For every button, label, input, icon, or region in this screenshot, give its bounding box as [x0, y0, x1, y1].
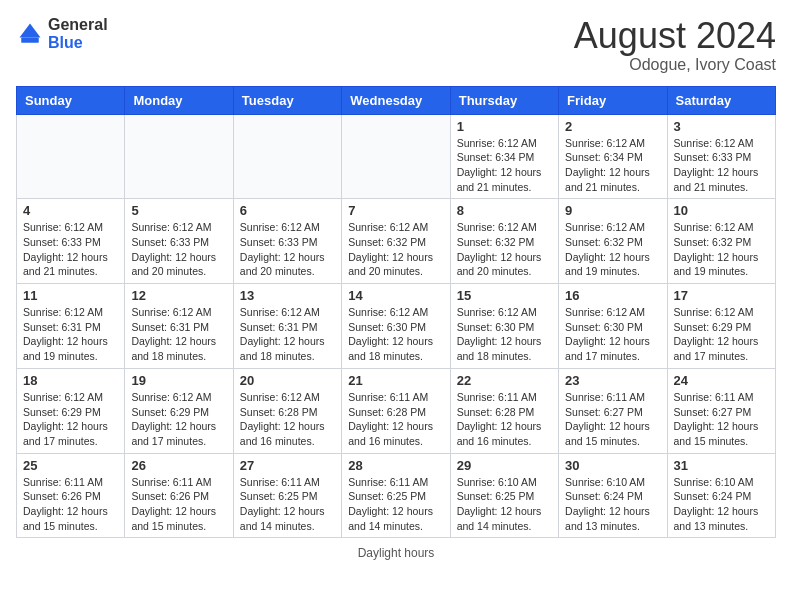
day-info: Sunrise: 6:12 AM Sunset: 6:32 PM Dayligh… [565, 220, 660, 279]
day-number: 13 [240, 288, 335, 303]
day-info: Sunrise: 6:10 AM Sunset: 6:24 PM Dayligh… [565, 475, 660, 534]
day-number: 29 [457, 458, 552, 473]
day-number: 19 [131, 373, 226, 388]
location-text: Odogue, Ivory Coast [574, 56, 776, 74]
day-cell: 3Sunrise: 6:12 AM Sunset: 6:33 PM Daylig… [667, 114, 775, 199]
day-cell: 19Sunrise: 6:12 AM Sunset: 6:29 PM Dayli… [125, 368, 233, 453]
day-info: Sunrise: 6:12 AM Sunset: 6:30 PM Dayligh… [565, 305, 660, 364]
day-cell: 1Sunrise: 6:12 AM Sunset: 6:34 PM Daylig… [450, 114, 558, 199]
day-cell: 18Sunrise: 6:12 AM Sunset: 6:29 PM Dayli… [17, 368, 125, 453]
day-cell [342, 114, 450, 199]
week-row-4: 18Sunrise: 6:12 AM Sunset: 6:29 PM Dayli… [17, 368, 776, 453]
day-cell [125, 114, 233, 199]
day-cell: 12Sunrise: 6:12 AM Sunset: 6:31 PM Dayli… [125, 284, 233, 369]
day-info: Sunrise: 6:12 AM Sunset: 6:33 PM Dayligh… [240, 220, 335, 279]
day-number: 15 [457, 288, 552, 303]
day-number: 12 [131, 288, 226, 303]
day-info: Sunrise: 6:11 AM Sunset: 6:28 PM Dayligh… [457, 390, 552, 449]
day-cell: 5Sunrise: 6:12 AM Sunset: 6:33 PM Daylig… [125, 199, 233, 284]
day-number: 30 [565, 458, 660, 473]
footer-text: Daylight hours [358, 546, 435, 560]
day-info: Sunrise: 6:11 AM Sunset: 6:28 PM Dayligh… [348, 390, 443, 449]
day-number: 16 [565, 288, 660, 303]
logo-icon [16, 20, 44, 48]
day-info: Sunrise: 6:11 AM Sunset: 6:26 PM Dayligh… [23, 475, 118, 534]
column-header-tuesday: Tuesday [233, 86, 341, 114]
day-number: 27 [240, 458, 335, 473]
day-number: 24 [674, 373, 769, 388]
column-header-wednesday: Wednesday [342, 86, 450, 114]
day-cell [17, 114, 125, 199]
day-number: 1 [457, 119, 552, 134]
day-cell: 8Sunrise: 6:12 AM Sunset: 6:32 PM Daylig… [450, 199, 558, 284]
svg-rect-1 [21, 37, 39, 42]
day-info: Sunrise: 6:12 AM Sunset: 6:30 PM Dayligh… [348, 305, 443, 364]
day-number: 9 [565, 203, 660, 218]
day-cell: 29Sunrise: 6:10 AM Sunset: 6:25 PM Dayli… [450, 453, 558, 538]
day-info: Sunrise: 6:11 AM Sunset: 6:25 PM Dayligh… [348, 475, 443, 534]
day-number: 26 [131, 458, 226, 473]
day-cell: 22Sunrise: 6:11 AM Sunset: 6:28 PM Dayli… [450, 368, 558, 453]
day-cell: 17Sunrise: 6:12 AM Sunset: 6:29 PM Dayli… [667, 284, 775, 369]
column-header-monday: Monday [125, 86, 233, 114]
day-number: 10 [674, 203, 769, 218]
day-info: Sunrise: 6:12 AM Sunset: 6:28 PM Dayligh… [240, 390, 335, 449]
day-cell: 16Sunrise: 6:12 AM Sunset: 6:30 PM Dayli… [559, 284, 667, 369]
day-cell: 9Sunrise: 6:12 AM Sunset: 6:32 PM Daylig… [559, 199, 667, 284]
day-cell: 15Sunrise: 6:12 AM Sunset: 6:30 PM Dayli… [450, 284, 558, 369]
day-number: 28 [348, 458, 443, 473]
day-number: 23 [565, 373, 660, 388]
week-row-5: 25Sunrise: 6:11 AM Sunset: 6:26 PM Dayli… [17, 453, 776, 538]
calendar-table: SundayMondayTuesdayWednesdayThursdayFrid… [16, 86, 776, 539]
day-info: Sunrise: 6:12 AM Sunset: 6:34 PM Dayligh… [457, 136, 552, 195]
day-info: Sunrise: 6:12 AM Sunset: 6:29 PM Dayligh… [674, 305, 769, 364]
day-number: 21 [348, 373, 443, 388]
logo-text: General Blue [48, 16, 108, 51]
day-info: Sunrise: 6:12 AM Sunset: 6:29 PM Dayligh… [131, 390, 226, 449]
day-info: Sunrise: 6:12 AM Sunset: 6:32 PM Dayligh… [674, 220, 769, 279]
day-number: 18 [23, 373, 118, 388]
day-info: Sunrise: 6:11 AM Sunset: 6:25 PM Dayligh… [240, 475, 335, 534]
day-number: 2 [565, 119, 660, 134]
day-cell: 26Sunrise: 6:11 AM Sunset: 6:26 PM Dayli… [125, 453, 233, 538]
day-cell: 20Sunrise: 6:12 AM Sunset: 6:28 PM Dayli… [233, 368, 341, 453]
day-number: 6 [240, 203, 335, 218]
day-number: 22 [457, 373, 552, 388]
day-number: 7 [348, 203, 443, 218]
footer-note: Daylight hours [16, 546, 776, 560]
day-info: Sunrise: 6:12 AM Sunset: 6:33 PM Dayligh… [131, 220, 226, 279]
day-cell: 11Sunrise: 6:12 AM Sunset: 6:31 PM Dayli… [17, 284, 125, 369]
day-info: Sunrise: 6:12 AM Sunset: 6:29 PM Dayligh… [23, 390, 118, 449]
day-cell: 6Sunrise: 6:12 AM Sunset: 6:33 PM Daylig… [233, 199, 341, 284]
column-header-saturday: Saturday [667, 86, 775, 114]
day-number: 31 [674, 458, 769, 473]
calendar-body: 1Sunrise: 6:12 AM Sunset: 6:34 PM Daylig… [17, 114, 776, 538]
day-info: Sunrise: 6:10 AM Sunset: 6:24 PM Dayligh… [674, 475, 769, 534]
month-year-title: August 2024 [574, 16, 776, 56]
week-row-2: 4Sunrise: 6:12 AM Sunset: 6:33 PM Daylig… [17, 199, 776, 284]
day-info: Sunrise: 6:11 AM Sunset: 6:26 PM Dayligh… [131, 475, 226, 534]
logo-blue-text: Blue [48, 34, 108, 52]
day-cell: 21Sunrise: 6:11 AM Sunset: 6:28 PM Dayli… [342, 368, 450, 453]
day-info: Sunrise: 6:12 AM Sunset: 6:32 PM Dayligh… [457, 220, 552, 279]
logo-general-text: General [48, 16, 108, 34]
week-row-3: 11Sunrise: 6:12 AM Sunset: 6:31 PM Dayli… [17, 284, 776, 369]
day-cell: 23Sunrise: 6:11 AM Sunset: 6:27 PM Dayli… [559, 368, 667, 453]
day-cell [233, 114, 341, 199]
day-info: Sunrise: 6:10 AM Sunset: 6:25 PM Dayligh… [457, 475, 552, 534]
day-cell: 14Sunrise: 6:12 AM Sunset: 6:30 PM Dayli… [342, 284, 450, 369]
day-info: Sunrise: 6:12 AM Sunset: 6:33 PM Dayligh… [23, 220, 118, 279]
day-info: Sunrise: 6:12 AM Sunset: 6:31 PM Dayligh… [131, 305, 226, 364]
day-cell: 4Sunrise: 6:12 AM Sunset: 6:33 PM Daylig… [17, 199, 125, 284]
day-number: 8 [457, 203, 552, 218]
day-info: Sunrise: 6:11 AM Sunset: 6:27 PM Dayligh… [674, 390, 769, 449]
day-info: Sunrise: 6:11 AM Sunset: 6:27 PM Dayligh… [565, 390, 660, 449]
calendar-header: SundayMondayTuesdayWednesdayThursdayFrid… [17, 86, 776, 114]
logo: General Blue [16, 16, 108, 51]
column-header-thursday: Thursday [450, 86, 558, 114]
week-row-1: 1Sunrise: 6:12 AM Sunset: 6:34 PM Daylig… [17, 114, 776, 199]
day-cell: 25Sunrise: 6:11 AM Sunset: 6:26 PM Dayli… [17, 453, 125, 538]
day-cell: 31Sunrise: 6:10 AM Sunset: 6:24 PM Dayli… [667, 453, 775, 538]
day-cell: 27Sunrise: 6:11 AM Sunset: 6:25 PM Dayli… [233, 453, 341, 538]
day-info: Sunrise: 6:12 AM Sunset: 6:32 PM Dayligh… [348, 220, 443, 279]
